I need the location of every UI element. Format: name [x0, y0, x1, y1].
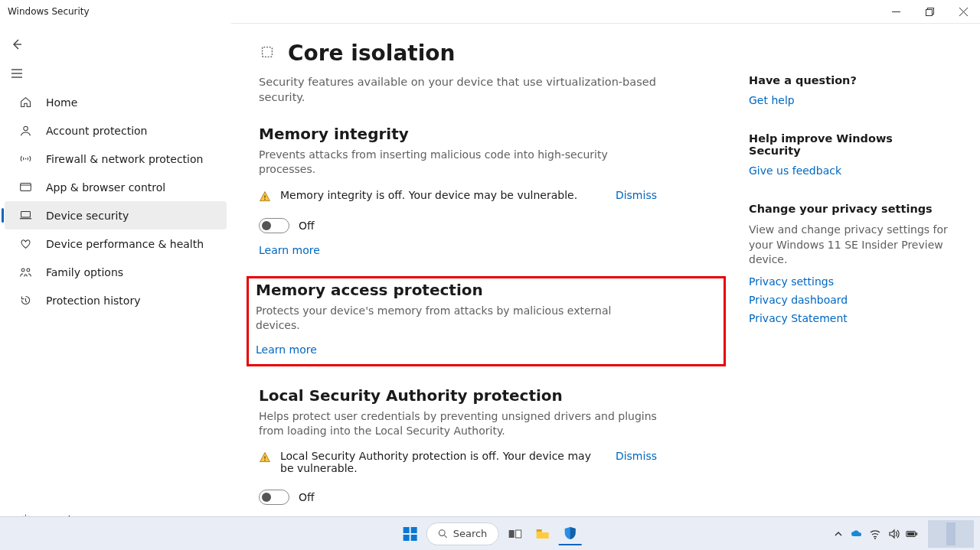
feedback-link[interactable]: Give us feedback	[749, 164, 948, 177]
svg-point-10	[24, 158, 26, 160]
warning-text: Local Security Authority protection is o…	[280, 450, 606, 474]
privacy-settings-link[interactable]: Privacy settings	[749, 275, 948, 288]
svg-rect-24	[411, 527, 417, 533]
onedrive-icon[interactable]	[850, 527, 864, 541]
dismiss-link[interactable]: Dismiss	[616, 189, 657, 201]
svg-rect-26	[411, 535, 417, 541]
volume-icon[interactable]	[887, 527, 900, 541]
family-icon	[18, 265, 32, 278]
sidebar-item-label: Firewall & network protection	[46, 153, 203, 165]
svg-rect-34	[916, 532, 917, 535]
svg-point-9	[23, 126, 27, 130]
laptop-icon	[18, 209, 32, 222]
sidebar-item-label: Device security	[46, 210, 129, 222]
minimize-button[interactable]	[879, 0, 913, 23]
section-memory-access: Memory access protection Protects your d…	[247, 276, 726, 366]
wifi-icon[interactable]	[868, 527, 882, 541]
sidebar-item-firewall[interactable]: Firewall & network protection	[5, 145, 227, 173]
privacy-dashboard-link[interactable]: Privacy dashboard	[749, 294, 948, 306]
warning-text: Memory integrity is off. Your device may…	[280, 189, 606, 201]
tray-language[interactable]	[928, 520, 974, 548]
sidebar-item-label: Home	[46, 96, 77, 109]
section-title: Memory integrity	[259, 125, 718, 143]
svg-point-15	[21, 268, 24, 272]
get-help-link[interactable]: Get help	[749, 94, 948, 106]
battery-icon[interactable]	[905, 527, 919, 541]
privacy-statement-link[interactable]: Privacy Statement	[749, 312, 948, 324]
history-icon	[18, 294, 32, 307]
dismiss-link[interactable]: Dismiss	[616, 450, 657, 462]
sidebar-item-family[interactable]: Family options	[5, 258, 227, 286]
svg-rect-2	[926, 9, 932, 15]
svg-rect-29	[508, 530, 514, 538]
sidebar: Home Account protection Firewall & netwo…	[0, 24, 231, 516]
taskbar: Search	[0, 516, 980, 550]
aside: Have a question? Get help Help improve W…	[749, 41, 948, 516]
page-title: Core isolation	[288, 41, 455, 66]
sidebar-item-label: Account protection	[46, 125, 148, 137]
sidebar-item-device-security[interactable]: Device security	[5, 201, 227, 229]
section-subtitle: Helps protect user credentials by preven…	[259, 409, 657, 438]
svg-rect-23	[403, 527, 410, 533]
svg-point-16	[26, 268, 29, 272]
sidebar-item-account[interactable]: Account protection	[5, 116, 227, 145]
svg-rect-25	[403, 535, 410, 541]
sidebar-item-label: App & browser control	[46, 181, 165, 194]
aside-privacy-title: Change your privacy settings	[749, 203, 948, 215]
aside-question-title: Have a question?	[749, 74, 948, 86]
svg-rect-31	[536, 529, 541, 532]
sidebar-item-app-browser[interactable]: App & browser control	[5, 173, 227, 201]
toggle-state-label: Off	[299, 220, 315, 232]
main-content: Core isolation Security features availab…	[259, 41, 718, 516]
section-lsa: Local Security Authority protection Help…	[259, 386, 718, 516]
core-isolation-icon	[259, 44, 276, 63]
security-button[interactable]	[558, 522, 581, 545]
menu-button[interactable]	[2, 59, 32, 88]
svg-point-22	[264, 460, 266, 461]
titlebar: Windows Security	[0, 0, 980, 23]
sidebar-item-label: Protection history	[46, 295, 140, 307]
aside-privacy-body: View and change privacy settings for you…	[749, 223, 948, 268]
learn-more-link[interactable]: Learn more	[256, 343, 717, 356]
toggle-state-label: Off	[299, 491, 315, 503]
section-memory-integrity: Memory integrity Prevents attacks from i…	[259, 125, 718, 256]
svg-rect-30	[515, 530, 521, 538]
page-subtitle: Security features available on your devi…	[259, 75, 657, 105]
taskbar-search-label: Search	[453, 528, 488, 539]
sidebar-item-performance[interactable]: Device performance & health	[5, 229, 227, 258]
svg-line-28	[444, 535, 446, 537]
svg-rect-13	[21, 211, 30, 217]
sidebar-item-history[interactable]: Protection history	[5, 286, 227, 314]
learn-more-link[interactable]: Learn more	[259, 244, 718, 256]
taskbar-search[interactable]: Search	[426, 522, 499, 545]
section-title: Memory access protection	[256, 281, 717, 299]
maximize-button[interactable]	[913, 0, 946, 23]
search-icon	[438, 529, 449, 539]
heart-icon	[18, 237, 32, 250]
sidebar-item-label: Family options	[46, 266, 123, 278]
svg-point-32	[874, 538, 876, 539]
tray-chevron-icon[interactable]	[831, 527, 845, 541]
warning-icon	[259, 451, 271, 464]
section-title: Local Security Authority protection	[259, 386, 718, 405]
lsa-toggle[interactable]	[259, 490, 289, 505]
svg-rect-11	[20, 183, 31, 190]
section-subtitle: Protects your device's memory from attac…	[256, 304, 654, 333]
section-subtitle: Prevents attacks from inserting maliciou…	[259, 148, 657, 177]
back-button[interactable]	[2, 30, 32, 59]
svg-rect-18	[263, 47, 273, 57]
explorer-button[interactable]	[531, 522, 554, 545]
taskview-button[interactable]	[503, 522, 526, 545]
sidebar-item-home[interactable]: Home	[5, 88, 227, 116]
app-icon	[18, 181, 32, 194]
window-title: Windows Security	[8, 6, 90, 17]
antenna-icon	[18, 152, 32, 165]
home-icon	[18, 96, 32, 109]
close-button[interactable]	[946, 0, 980, 23]
memory-integrity-toggle[interactable]	[259, 218, 289, 233]
start-button[interactable]	[399, 522, 422, 545]
svg-point-27	[439, 529, 445, 535]
warning-icon	[259, 190, 271, 203]
svg-point-20	[264, 199, 266, 200]
svg-rect-35	[907, 532, 914, 535]
